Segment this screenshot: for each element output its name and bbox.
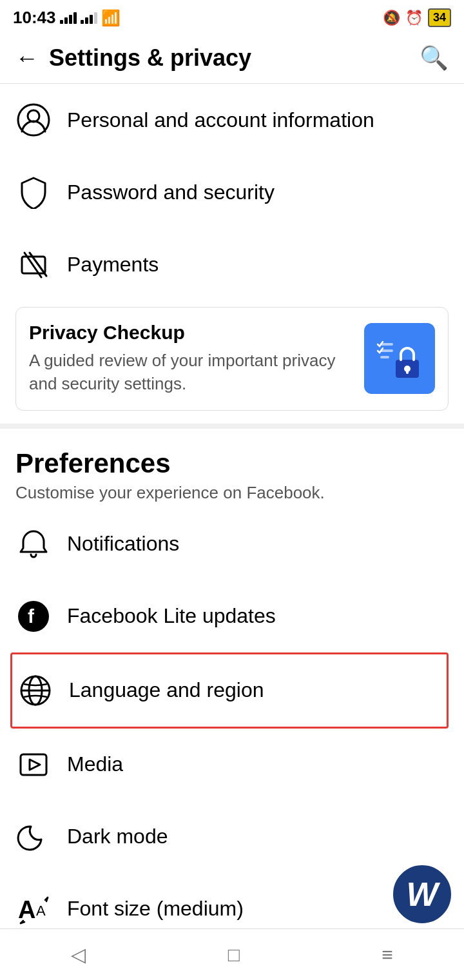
- alarm-icon: ⏰: [405, 10, 423, 26]
- watermark-badge: W: [393, 865, 451, 923]
- facebook-icon: f: [15, 598, 52, 634]
- bar3: [69, 15, 72, 24]
- privacy-card-text: Privacy Checkup A guided review of your …: [29, 322, 364, 396]
- font-size-label: Font size (medium): [67, 897, 244, 921]
- privacy-card-desc: A guided review of your important privac…: [29, 349, 354, 396]
- back-button[interactable]: ←: [15, 44, 39, 72]
- bar1: [60, 20, 63, 24]
- section-divider: [0, 424, 464, 429]
- shield-icon: [15, 174, 52, 210]
- privacy-checkup-card[interactable]: Privacy Checkup A guided review of your …: [15, 307, 449, 411]
- tag-icon: [15, 246, 52, 282]
- watermark-letter: W: [406, 875, 438, 914]
- menu-item-media[interactable]: Media: [15, 729, 449, 801]
- personal-account-label: Personal and account information: [67, 108, 374, 132]
- nav-back-icon[interactable]: ◁: [71, 943, 86, 966]
- bottom-navigation: ◁ □ ≡: [0, 928, 464, 980]
- menu-item-dark-mode[interactable]: Dark mode: [15, 801, 449, 873]
- search-button[interactable]: 🔍: [420, 44, 449, 72]
- menu-item-personal-account[interactable]: Personal and account information: [15, 84, 449, 156]
- privacy-card-title: Privacy Checkup: [29, 322, 354, 344]
- wifi-icon: 📶: [101, 9, 121, 27]
- signal-bars-1: [60, 12, 77, 24]
- nav-recent-icon[interactable]: ≡: [382, 944, 393, 966]
- nav-home-icon[interactable]: □: [228, 944, 240, 966]
- moon-icon: [15, 819, 52, 855]
- battery-indicator: 34: [428, 8, 451, 27]
- svg-rect-17: [21, 754, 46, 775]
- privacy-card-image: [364, 323, 435, 394]
- bar4: [73, 12, 77, 24]
- menu-item-facebook-lite-updates[interactable]: f Facebook Lite updates: [15, 580, 449, 652]
- password-security-label: Password and security: [67, 181, 275, 204]
- mute-icon: 🔕: [383, 10, 400, 26]
- status-right-icons: 🔕 ⏰ 34: [383, 8, 451, 27]
- notifications-label: Notifications: [67, 532, 179, 556]
- status-bar: 10:43 📶 🔕 ⏰ 34: [0, 0, 464, 33]
- svg-text:f: f: [28, 605, 35, 627]
- header-left: ← Settings & privacy: [15, 44, 251, 72]
- bar5: [81, 20, 84, 24]
- page-header: ← Settings & privacy 🔍: [0, 33, 464, 84]
- preferences-title: Preferences: [15, 448, 449, 479]
- preferences-menu-section: Notifications f Facebook Lite updates La…: [0, 508, 464, 945]
- dark-mode-label: Dark mode: [67, 825, 168, 848]
- menu-item-password-security[interactable]: Password and security: [15, 156, 449, 228]
- svg-rect-11: [406, 370, 409, 374]
- svg-text:A: A: [18, 896, 35, 923]
- bell-icon: [15, 526, 52, 562]
- person-icon: [15, 102, 52, 138]
- bar2: [64, 17, 68, 24]
- media-label: Media: [67, 752, 123, 776]
- time-label: 10:43: [13, 8, 56, 28]
- page-title: Settings & privacy: [49, 44, 251, 72]
- bar6: [85, 17, 88, 24]
- status-time: 10:43 📶: [13, 8, 121, 28]
- menu-item-notifications[interactable]: Notifications: [15, 508, 449, 580]
- payments-label: Payments: [67, 253, 159, 277]
- bar7: [90, 15, 93, 24]
- top-menu-section: Personal and account information Passwor…: [0, 84, 464, 300]
- svg-rect-8: [380, 356, 389, 358]
- preferences-section: Preferences Customise your experience on…: [0, 435, 464, 503]
- menu-item-language-region[interactable]: Language and region: [10, 652, 449, 729]
- facebook-lite-updates-label: Facebook Lite updates: [67, 604, 276, 628]
- menu-item-payments[interactable]: Payments: [15, 228, 449, 300]
- media-icon: [15, 747, 52, 783]
- preferences-subtitle: Customise your experience on Facebook.: [15, 483, 449, 503]
- font-icon: A A: [15, 891, 52, 927]
- globe-icon: [17, 672, 53, 709]
- svg-marker-18: [30, 760, 40, 770]
- svg-point-1: [28, 110, 39, 122]
- signal-bars-2: [81, 12, 97, 24]
- language-region-label: Language and region: [69, 678, 264, 702]
- bar8: [94, 12, 97, 24]
- svg-text:A: A: [36, 903, 46, 919]
